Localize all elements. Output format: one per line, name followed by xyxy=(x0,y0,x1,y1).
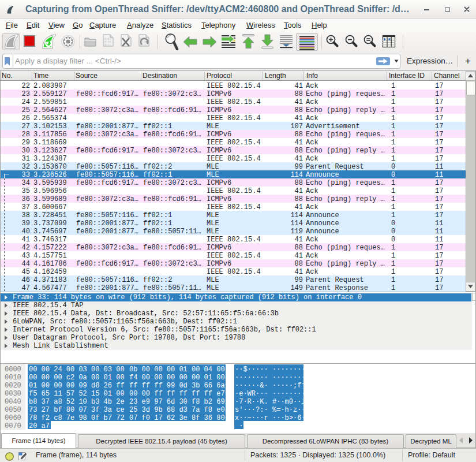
svg-text:0111: 0111 xyxy=(104,43,111,46)
